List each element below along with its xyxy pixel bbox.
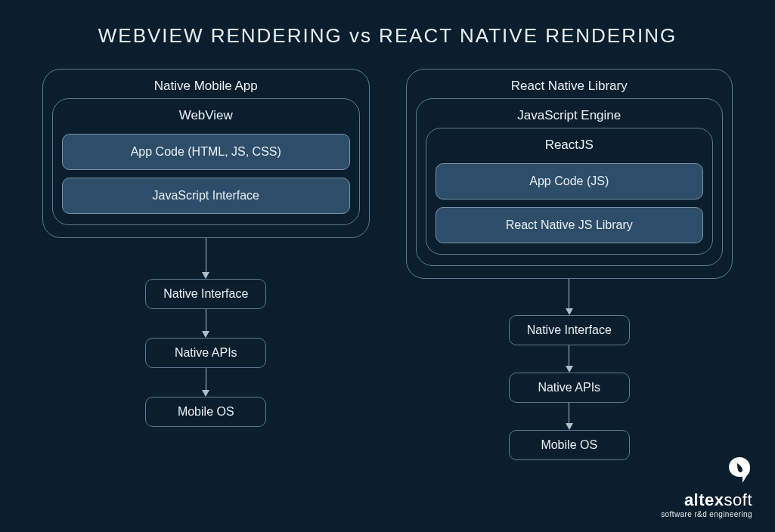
right-inner-label: ReactJS xyxy=(436,135,704,157)
diagram-title: WEBVIEW RENDERING vs REACT NATIVE RENDER… xyxy=(0,0,775,48)
left-outer-box: Native Mobile App WebView App Code (HTML… xyxy=(42,69,370,238)
arrow-down-icon xyxy=(202,309,209,338)
left-column: Native Mobile App WebView App Code (HTML… xyxy=(42,69,370,460)
brand-light: soft xyxy=(724,490,752,509)
right-rnlib-box: React Native JS Library xyxy=(436,207,704,243)
arrow-down-icon xyxy=(202,368,209,397)
brand-name: altexsoft xyxy=(661,490,752,510)
brand-bold: altex xyxy=(684,490,724,509)
columns: Native Mobile App WebView App Code (HTML… xyxy=(0,48,775,460)
right-native-interface-box: Native Interface xyxy=(509,315,630,345)
left-code-box: App Code (HTML, JS, CSS) xyxy=(62,134,350,170)
right-mid-box: JavaScript Engine ReactJS App Code (JS) … xyxy=(416,98,724,266)
left-inner-box: WebView App Code (HTML, JS, CSS) JavaScr… xyxy=(52,98,360,225)
left-outer-label: Native Mobile App xyxy=(52,76,360,98)
left-native-interface-box: Native Interface xyxy=(145,279,266,309)
right-mobile-os-box: Mobile OS xyxy=(509,430,630,460)
right-outer-label: React Native Library xyxy=(416,76,724,98)
left-native-apis-box: Native APIs xyxy=(145,338,266,368)
right-outer-box: React Native Library JavaScript Engine R… xyxy=(406,69,733,279)
right-inner-box: ReactJS App Code (JS) React Native JS Li… xyxy=(426,128,714,255)
arrow-down-icon xyxy=(566,345,573,373)
brand-logo: altexsoft software r&d engineering xyxy=(661,456,752,518)
right-native-apis-box: Native APIs xyxy=(509,373,630,403)
right-column: React Native Library JavaScript Engine R… xyxy=(406,69,733,460)
left-jsinterface-box: JavaScript Interface xyxy=(62,178,350,214)
right-mid-label: JavaScript Engine xyxy=(426,105,714,128)
right-appcode-box: App Code (JS) xyxy=(436,163,704,200)
arrow-down-icon xyxy=(566,279,573,315)
brand-tagline: software r&d engineering xyxy=(661,510,752,518)
arrow-down-icon xyxy=(202,238,209,279)
speech-bubble-icon xyxy=(727,456,752,487)
left-mobile-os-box: Mobile OS xyxy=(145,397,266,427)
arrow-down-icon xyxy=(566,403,573,430)
left-inner-label: WebView xyxy=(62,105,350,128)
